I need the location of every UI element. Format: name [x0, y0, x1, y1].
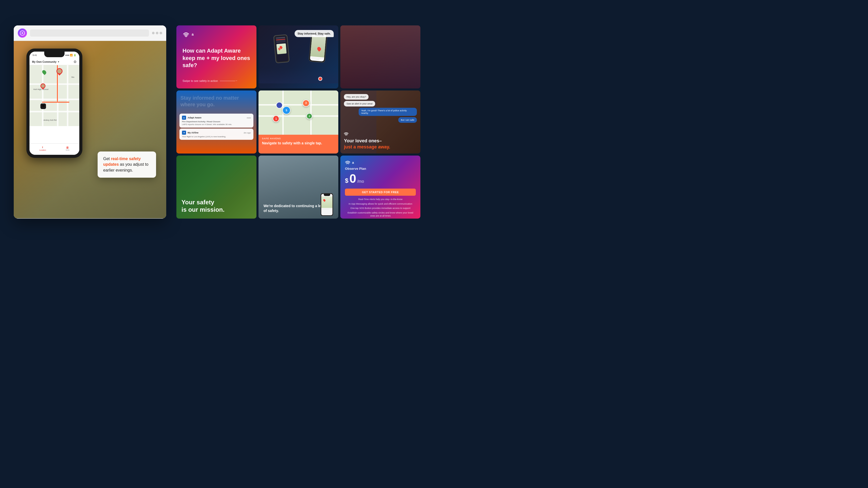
- logo-text: a: [192, 32, 194, 36]
- chat-bubble-2: Saw an alert in your area!: [344, 101, 375, 106]
- grid-container: a How can Adapt Aware keep me + my loved…: [176, 25, 421, 219]
- grid-cell-6: Hey, are you okay? Saw an alert in your …: [340, 90, 421, 154]
- chat-bubble-1: Hey, are you okay?: [344, 94, 369, 100]
- map-pin-profile-3: 🗺: [40, 103, 46, 109]
- phone-screen: 9:41 ●●● 📶 🔋 My Own Community ▼ ⚙: [30, 52, 79, 155]
- cell-6-title-before: Your loved ones–: [344, 138, 382, 143]
- grid-cell-2: Stay informed. Stay safe.: [258, 25, 339, 88]
- cell-6-bottom: Your loved ones– just a message away.: [340, 129, 421, 154]
- cell-7-content: Your safety is our mission.: [182, 199, 224, 214]
- map-pin-profile-2: [40, 83, 45, 88]
- browser-logo-icon: [18, 28, 27, 38]
- svg-point-1: [186, 36, 187, 37]
- cell-4-notifications: A Adapt Aware now Fire Department Activi…: [180, 114, 253, 141]
- profile-pin: [276, 102, 283, 109]
- map-pin-green: [42, 70, 46, 74]
- cell-1-swipe: Swipe to see safety in action: [183, 79, 250, 82]
- notification-card-2: ✈ My Airline 2m ago Your flight to Los A…: [180, 129, 253, 140]
- phone-app-bar: My Own Community ▼ ⚙: [30, 59, 79, 65]
- browser-content: 9:41 ●●● 📶 🔋 My Own Community ▼ ⚙: [14, 41, 166, 218]
- notif-icon-1: A: [182, 116, 186, 120]
- browser-url-bar[interactable]: [30, 29, 149, 37]
- notif-text-1: LAFD reports closure on 4 Street. Info a…: [182, 123, 251, 126]
- safe-havens-title: Navigate to safety with a single tap.: [262, 141, 335, 145]
- grid-cell-5: 3 5 2 1 SAFE HAVENS Navigate to safety w…: [258, 90, 339, 154]
- pricing-cta-button[interactable]: GET STARTED FOR FREE: [345, 189, 416, 196]
- pricing-price-display: $ 0 /mo: [345, 172, 416, 186]
- pricing-logo-icon: [345, 160, 350, 165]
- stay-safe-bubble: Stay informed. Stay safe.: [294, 30, 334, 37]
- map-label-school: Kell High School: [34, 88, 49, 90]
- grid-cell-9: a Observe Plan $ 0 /mo GET STARTED FOR F…: [340, 156, 421, 219]
- cell-7-title: Your safety is our mission.: [182, 199, 224, 214]
- pricing-amount: 0: [349, 172, 356, 186]
- browser-dot-2: [156, 32, 158, 34]
- status-time: 9:41: [33, 54, 37, 56]
- pricing-period: /mo: [357, 179, 364, 184]
- phone-map-area: Kell High School Ardrey Kell Rd Sto: [30, 65, 79, 126]
- app-bar-left: My Own Community ▼: [32, 60, 60, 63]
- safety-update-text: Get real-time safety updates as you adju…: [103, 156, 151, 173]
- browser-toolbar: [14, 25, 166, 41]
- nav-location[interactable]: 📍 Location: [39, 147, 46, 151]
- nav-sos[interactable]: 🆘 SOS: [66, 147, 70, 151]
- sos-icon: 🆘: [66, 147, 69, 149]
- cluster-orange: 3: [303, 100, 310, 107]
- browser-dot-3: [160, 32, 162, 34]
- chat-bubble-3: Yeah, I'm good! There's a lot of police …: [359, 108, 417, 116]
- notif-icon-2: ✈: [182, 131, 186, 135]
- pricing-feature-4: Establish customizable safety circles an…: [345, 211, 416, 218]
- notification-card-1: A Adapt Aware now Fire Department Activi…: [180, 114, 253, 128]
- pricing-logo-text: a: [352, 161, 354, 164]
- map-label-stop: Sto: [71, 76, 74, 78]
- settings-icon[interactable]: ⚙: [73, 60, 77, 64]
- browser-dot-1: [152, 32, 155, 34]
- community-name: My Own Community: [32, 60, 56, 63]
- map-label-road: Ardrey Kell Rd: [43, 119, 57, 121]
- grid-cell-7: Your safety is our mission.: [176, 156, 256, 219]
- grid-cell-8: We're dedicated to continuing a legacy o…: [258, 156, 339, 219]
- cell-5-map: 3 5 2 1: [258, 90, 339, 136]
- cell-5-bottom: SAFE HAVENS Navigate to safety with a si…: [258, 135, 339, 154]
- phone-notch: [44, 52, 65, 57]
- pricing-plan-name: Observe Plan: [345, 167, 416, 171]
- chat-bubble-4: But I am safe: [398, 117, 417, 123]
- grid-cell-4: Stay informed no matter where you go. A …: [176, 90, 256, 154]
- cell-6-chat: Hey, are you okay? Saw an alert in your …: [344, 94, 417, 124]
- pricing-feature-2: In-App Messaging allows for quick and ef…: [345, 202, 416, 206]
- cluster-blue: 5: [282, 106, 290, 114]
- safety-text-before: Get: [103, 157, 111, 161]
- notif-sub-1: Fire Department Activity / Road Closure: [182, 120, 251, 123]
- cell-6-title-highlight: just a message away.: [344, 144, 390, 149]
- pricing-logo: a: [345, 160, 416, 165]
- phone-bottom-nav: 📍 Location 🆘 SOS: [30, 143, 79, 155]
- grid-cell-3: [340, 25, 421, 88]
- notif-text-2: Your flight to Los Angeles (LAX) is now …: [182, 135, 251, 138]
- cluster-red: 1: [273, 115, 279, 122]
- phone-left: [273, 34, 289, 63]
- cell-1-title: How can Adapt Aware keep me + my loved o…: [183, 47, 250, 69]
- pricing-feature-1: Real-Time Alerts help you stay- in-the-k…: [345, 198, 416, 201]
- safe-havens-label: SAFE HAVENS: [262, 137, 335, 140]
- pricing-feature-3: One-tap SOS Button provides immediate ac…: [345, 207, 416, 210]
- phone-mockup: 9:41 ●●● 📶 🔋 My Own Community ▼ ⚙: [26, 49, 82, 158]
- main-container: 9:41 ●●● 📶 🔋 My Own Community ▼ ⚙: [14, 13, 421, 231]
- browser-mockup: 9:41 ●●● 📶 🔋 My Own Community ▼ ⚙: [14, 25, 166, 219]
- location-icon: 📍: [41, 147, 44, 149]
- map-pin-profile-1: [56, 68, 63, 74]
- safety-update-card: Get real-time safety updates as you adju…: [98, 151, 156, 178]
- pricing-dollar: $: [345, 177, 348, 184]
- chevron-down-icon: ▼: [57, 61, 60, 63]
- browser-dots: [152, 32, 162, 34]
- cell-6-title: Your loved ones– just a message away.: [344, 138, 417, 150]
- grid-cell-1: a How can Adapt Aware keep me + my loved…: [176, 25, 256, 88]
- adapt-aware-logo: a: [183, 32, 250, 37]
- logo-icon: [183, 32, 190, 37]
- swipe-arrow: [220, 81, 235, 81]
- status-icons: ●●● 📶 🔋: [65, 54, 76, 56]
- mini-phone-mockup: [320, 193, 333, 216]
- wifi-icon: [344, 132, 417, 136]
